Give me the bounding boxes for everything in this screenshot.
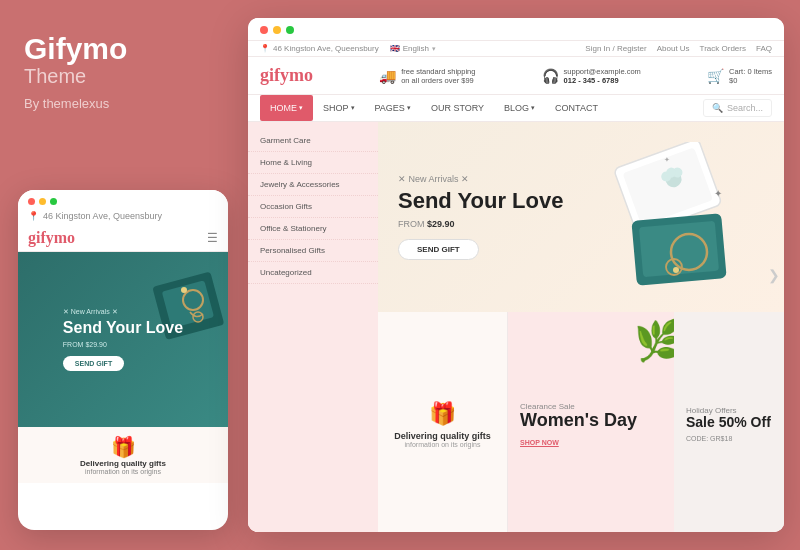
search-placeholder: Search... <box>727 103 763 113</box>
desktop-top-dots <box>248 18 784 41</box>
svg-point-15 <box>673 267 679 273</box>
quality-panel: 🎁 Delivering quality gifts information o… <box>378 312 508 532</box>
brand-subtitle: Theme <box>24 65 86 88</box>
nav-pages[interactable]: PAGES ▾ <box>365 95 421 121</box>
sidebar-garment-care[interactable]: Garment Care <box>248 130 378 152</box>
pages-dropdown-icon: ▾ <box>407 104 411 112</box>
shipping-info: 🚚 free standard shipping on all orders o… <box>379 67 475 85</box>
send-gift-button[interactable]: SEND GIFT <box>398 239 479 260</box>
nav-our-story[interactable]: OUR STORY <box>421 95 494 121</box>
nav-shop[interactable]: SHOP ▾ <box>313 95 365 121</box>
sidebar-uncategorized[interactable]: Uncategorized <box>248 262 378 284</box>
cart-total: $0 <box>729 76 772 85</box>
utility-right: Sign In / Register About Us Track Orders… <box>585 44 772 53</box>
mobile-top-bar <box>18 190 228 209</box>
sidebar-occasion-gifts[interactable]: Occasion Gifts <box>248 196 378 218</box>
jewelry-svg: ✦ ✦ <box>614 142 754 302</box>
hero-new-arrivals: ✕ New Arrivals ✕ <box>398 174 563 184</box>
holiday-panel: Holiday Offers Sale 50% Off CODE: GR$18 <box>674 312 784 532</box>
utility-bar: 📍 46 Kingston Ave, Queensbury 🇬🇧 English… <box>248 41 784 57</box>
holiday-title: Sale 50% Off <box>686 415 771 430</box>
sidebar-office[interactable]: Office & Stationery <box>248 218 378 240</box>
mobile-send-love: Send Your Love <box>63 318 183 337</box>
track-orders-link[interactable]: Track Orders <box>700 44 746 53</box>
cart-label: Cart: 0 Items <box>729 67 772 76</box>
faq-link[interactable]: FAQ <box>756 44 772 53</box>
womens-panel: Clearance Sale Women's Day SHOP NOW 🌿 <box>508 312 674 532</box>
mobile-address-bar: 📍 46 Kingston Ave, Queensbury <box>18 209 228 225</box>
brand-name: Gifymo <box>24 32 127 65</box>
mobile-logo: gifymo <box>28 229 75 247</box>
right-content: ✕ New Arrivals ✕ Send Your Love FROM $29… <box>378 122 784 532</box>
svg-text:✦: ✦ <box>664 156 670 163</box>
left-panel: Gifymo Theme By themelexus 📍 46 Kingston… <box>0 0 248 550</box>
mobile-dot-yellow <box>39 198 46 205</box>
mobile-send-gift-button[interactable]: SEND GIFT <box>63 356 124 371</box>
sidebar: Garment Care Home & Living Jewelry & Acc… <box>248 122 378 532</box>
nav-blog[interactable]: BLOG ▾ <box>494 95 545 121</box>
bottom-panels: 🎁 Delivering quality gifts information o… <box>378 312 784 532</box>
location-icon: 📍 <box>260 44 270 53</box>
cart-info[interactable]: 🛒 Cart: 0 Items $0 <box>707 67 772 85</box>
site-header: gifymo 🚚 free standard shipping on all o… <box>248 57 784 95</box>
search-icon: 🔍 <box>712 103 723 113</box>
shipping-sub: on all orders over $99 <box>401 76 475 85</box>
hero-jewelry-image: ✦ ✦ <box>614 142 754 302</box>
holiday-code: CODE: GR$18 <box>686 435 732 442</box>
mobile-dot-green <box>50 198 57 205</box>
womens-title: Women's Day <box>520 411 637 431</box>
search-bar[interactable]: 🔍 Search... <box>703 99 772 117</box>
cart-icon: 🛒 <box>707 68 724 84</box>
headphone-icon: 🎧 <box>542 68 559 84</box>
mobile-new-arrivals: ✕ New Arrivals ✕ <box>63 308 183 316</box>
nav-contact[interactable]: CONTACT <box>545 95 608 121</box>
mobile-from-price: FROM $29.90 <box>63 341 183 348</box>
sign-in-link[interactable]: Sign In / Register <box>585 44 646 53</box>
utility-address: 46 Kingston Ave, Queensbury <box>273 44 379 53</box>
desk-dot-red <box>260 26 268 34</box>
mobile-address: 46 Kingston Ave, Queensbury <box>43 211 162 221</box>
site-logo[interactable]: gifymo <box>260 65 313 86</box>
mobile-mockup: 📍 46 Kingston Ave, Queensbury gifymo ☰ ✕… <box>18 190 228 530</box>
main-content: Garment Care Home & Living Jewelry & Acc… <box>248 122 784 532</box>
shipping-text: free standard shipping on all orders ove… <box>401 67 475 85</box>
svg-text:✦: ✦ <box>714 188 722 199</box>
quality-title: Delivering quality gifts <box>394 431 491 441</box>
sidebar-jewelry[interactable]: Jewelry & Accessories <box>248 174 378 196</box>
shipping-label: free standard shipping <box>401 67 475 76</box>
mobile-hero: ✕ New Arrivals ✕ Send Your Love FROM $29… <box>18 252 228 427</box>
womens-flower-image: 🌿 <box>634 317 674 364</box>
gift-icon: 🎁 <box>28 435 218 459</box>
cart-text: Cart: 0 Items $0 <box>729 67 772 85</box>
hamburger-icon[interactable]: ☰ <box>207 231 218 245</box>
home-dropdown-icon: ▾ <box>299 104 303 112</box>
sidebar-personalised[interactable]: Personalised Gifts <box>248 240 378 262</box>
nav-home[interactable]: HOME ▾ <box>260 95 313 121</box>
shop-dropdown-icon: ▾ <box>351 104 355 112</box>
quality-subtitle: information on its origins <box>405 441 481 448</box>
sidebar-home-living[interactable]: Home & Living <box>248 152 378 174</box>
mobile-logo-row: gifymo ☰ <box>18 225 228 252</box>
svg-point-4 <box>181 287 187 293</box>
hero-from: FROM $29.90 <box>398 219 563 229</box>
mobile-quality-sub: information on its origins <box>28 468 218 475</box>
mobile-bottom: 🎁 Delivering quality gifts information o… <box>18 427 228 483</box>
mobile-hero-text: ✕ New Arrivals ✕ Send Your Love FROM $29… <box>49 298 197 380</box>
about-us-link[interactable]: About Us <box>657 44 690 53</box>
support-text: support@example.com 012 - 345 - 6789 <box>564 67 641 85</box>
mobile-dot-red <box>28 198 35 205</box>
support-email: support@example.com <box>564 67 641 76</box>
shop-now-button[interactable]: SHOP NOW <box>520 439 559 446</box>
language-flag: 🇬🇧 <box>390 44 400 53</box>
next-panel-arrow[interactable]: ❯ <box>768 267 780 283</box>
desktop-mockup: 📍 46 Kingston Ave, Queensbury 🇬🇧 English… <box>248 18 784 532</box>
nav-bar: HOME ▾ SHOP ▾ PAGES ▾ OUR STORY BLOG ▾ C… <box>248 95 784 122</box>
blog-dropdown-icon: ▾ <box>531 104 535 112</box>
utility-language: English <box>403 44 429 53</box>
truck-icon: 🚚 <box>379 68 396 84</box>
gift-box-icon: 🎁 <box>429 401 456 427</box>
desk-dot-green <box>286 26 294 34</box>
utility-left: 📍 46 Kingston Ave, Queensbury 🇬🇧 English… <box>260 44 436 53</box>
desk-dot-yellow <box>273 26 281 34</box>
support-info: 🎧 support@example.com 012 - 345 - 6789 <box>542 67 641 85</box>
